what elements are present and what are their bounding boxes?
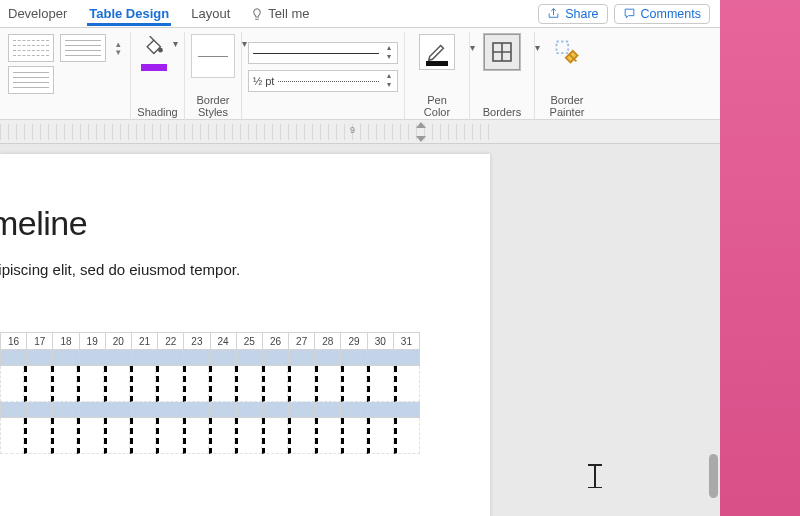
timeline-bar-cell[interactable] bbox=[289, 402, 315, 418]
timeline-day-header[interactable]: 23 bbox=[184, 332, 210, 350]
timeline-bar-cell[interactable] bbox=[237, 350, 263, 366]
timeline-empty-cell[interactable] bbox=[104, 418, 130, 454]
timeline-day-header[interactable]: 18 bbox=[53, 332, 79, 350]
timeline-day-header[interactable]: 24 bbox=[211, 332, 237, 350]
timeline-bar-cell[interactable] bbox=[184, 350, 210, 366]
timeline-bar-cell[interactable] bbox=[132, 350, 158, 366]
table-style-option[interactable] bbox=[8, 34, 54, 62]
timeline-bar-cell[interactable] bbox=[341, 350, 367, 366]
timeline-empty-cell[interactable] bbox=[288, 366, 314, 402]
indent-marker-icon[interactable] bbox=[416, 122, 426, 128]
timeline-day-header[interactable]: 26 bbox=[263, 332, 289, 350]
spinner-buttons[interactable]: ▴ ▾ bbox=[382, 72, 395, 90]
timeline-bar-cell[interactable] bbox=[263, 402, 289, 418]
timeline-day-header[interactable]: 19 bbox=[80, 332, 106, 350]
timeline-bar-cell[interactable] bbox=[289, 350, 315, 366]
timeline-empty-cell[interactable] bbox=[315, 366, 341, 402]
timeline-day-header[interactable]: 16 bbox=[0, 332, 27, 350]
border-styles-button[interactable]: ▾ bbox=[191, 32, 235, 78]
border-line-style-select[interactable]: ▴ ▾ bbox=[248, 42, 398, 64]
timeline-empty-cell[interactable] bbox=[24, 366, 50, 402]
timeline-bar-cell[interactable] bbox=[132, 402, 158, 418]
timeline-empty-cell[interactable] bbox=[130, 418, 156, 454]
document-page[interactable]: meline dipiscing elit, sed do eiusmod te… bbox=[0, 154, 490, 516]
timeline-day-header[interactable]: 17 bbox=[27, 332, 53, 350]
timeline-empty-cell[interactable] bbox=[394, 418, 420, 454]
timeline-empty-cell[interactable] bbox=[235, 418, 261, 454]
table-style-option[interactable] bbox=[60, 34, 106, 62]
comments-button[interactable]: Comments bbox=[614, 4, 710, 24]
timeline-empty-cell[interactable] bbox=[156, 418, 182, 454]
timeline-empty-cell[interactable] bbox=[183, 366, 209, 402]
timeline-bar-cell[interactable] bbox=[106, 402, 132, 418]
timeline-day-header[interactable]: 22 bbox=[158, 332, 184, 350]
scrollbar-thumb[interactable] bbox=[709, 454, 718, 498]
timeline-day-header[interactable]: 29 bbox=[341, 332, 367, 350]
timeline-bar-cell[interactable] bbox=[53, 350, 79, 366]
timeline-bar-cell[interactable] bbox=[0, 402, 27, 418]
timeline-bar-cell[interactable] bbox=[341, 402, 367, 418]
border-line-width-select[interactable]: ½ pt ▴ ▾ bbox=[248, 70, 398, 92]
timeline-table[interactable]: 16171819202122232425262728293031 bbox=[0, 332, 420, 454]
timeline-empty-cell[interactable] bbox=[156, 366, 182, 402]
spinner-buttons[interactable]: ▴ ▾ bbox=[382, 44, 395, 62]
timeline-bar-cell[interactable] bbox=[0, 350, 27, 366]
tab-developer[interactable]: Developer bbox=[6, 2, 69, 26]
timeline-day-header[interactable]: 30 bbox=[368, 332, 394, 350]
indent-marker-icon[interactable] bbox=[416, 136, 426, 142]
timeline-empty-cell[interactable] bbox=[51, 418, 77, 454]
timeline-bar-cell[interactable] bbox=[315, 350, 341, 366]
timeline-bar-cell[interactable] bbox=[368, 350, 394, 366]
timeline-bar-cell[interactable] bbox=[211, 402, 237, 418]
timeline-day-header[interactable]: 25 bbox=[237, 332, 263, 350]
timeline-empty-cell[interactable] bbox=[315, 418, 341, 454]
timeline-bar-cell[interactable] bbox=[80, 350, 106, 366]
gallery-expand-button[interactable]: ▴ ▾ bbox=[112, 41, 124, 56]
timeline-empty-cell[interactable] bbox=[0, 418, 24, 454]
document-canvas[interactable]: meline dipiscing elit, sed do eiusmod te… bbox=[0, 144, 720, 516]
timeline-empty-cell[interactable] bbox=[262, 418, 288, 454]
timeline-day-header[interactable]: 31 bbox=[394, 332, 420, 350]
timeline-empty-cell[interactable] bbox=[367, 366, 393, 402]
timeline-empty-cell[interactable] bbox=[0, 366, 24, 402]
timeline-empty-cell[interactable] bbox=[183, 418, 209, 454]
timeline-bar-cell[interactable] bbox=[27, 402, 53, 418]
timeline-bar-cell[interactable] bbox=[263, 350, 289, 366]
timeline-bar-cell[interactable] bbox=[80, 402, 106, 418]
tab-layout[interactable]: Layout bbox=[189, 2, 232, 26]
timeline-bar-cell[interactable] bbox=[211, 350, 237, 366]
timeline-empty-cell[interactable] bbox=[24, 418, 50, 454]
timeline-empty-cell[interactable] bbox=[367, 418, 393, 454]
table-style-option[interactable] bbox=[8, 66, 54, 94]
timeline-bar-cell[interactable] bbox=[158, 402, 184, 418]
timeline-day-header[interactable]: 21 bbox=[132, 332, 158, 350]
shading-button[interactable]: ▾ bbox=[137, 32, 178, 74]
timeline-empty-cell[interactable] bbox=[341, 366, 367, 402]
timeline-bar-cell[interactable] bbox=[315, 402, 341, 418]
timeline-bar-cell[interactable] bbox=[53, 402, 79, 418]
timeline-empty-cell[interactable] bbox=[130, 366, 156, 402]
timeline-empty-cell[interactable] bbox=[209, 418, 235, 454]
timeline-empty-cell[interactable] bbox=[104, 366, 130, 402]
timeline-bar-cell[interactable] bbox=[27, 350, 53, 366]
timeline-empty-cell[interactable] bbox=[341, 418, 367, 454]
timeline-empty-cell[interactable] bbox=[209, 366, 235, 402]
border-painter-button[interactable] bbox=[541, 32, 593, 70]
timeline-empty-cell[interactable] bbox=[262, 366, 288, 402]
table-styles-gallery[interactable]: ▴ ▾ bbox=[8, 32, 124, 94]
timeline-empty-cell[interactable] bbox=[77, 418, 103, 454]
horizontal-ruler[interactable]: 9 bbox=[0, 124, 490, 140]
timeline-day-header[interactable]: 20 bbox=[106, 332, 132, 350]
share-button[interactable]: Share bbox=[538, 4, 607, 24]
pen-color-button[interactable]: ▾ bbox=[411, 32, 463, 70]
vertical-scrollbar[interactable] bbox=[706, 144, 720, 516]
timeline-bar-cell[interactable] bbox=[368, 402, 394, 418]
tell-me-search[interactable]: Tell me bbox=[250, 6, 309, 21]
timeline-empty-cell[interactable] bbox=[51, 366, 77, 402]
timeline-bar-cell[interactable] bbox=[158, 350, 184, 366]
timeline-day-header[interactable]: 28 bbox=[315, 332, 341, 350]
timeline-empty-cell[interactable] bbox=[235, 366, 261, 402]
timeline-bar-cell[interactable] bbox=[184, 402, 210, 418]
timeline-empty-cell[interactable] bbox=[77, 366, 103, 402]
timeline-empty-cell[interactable] bbox=[288, 418, 314, 454]
